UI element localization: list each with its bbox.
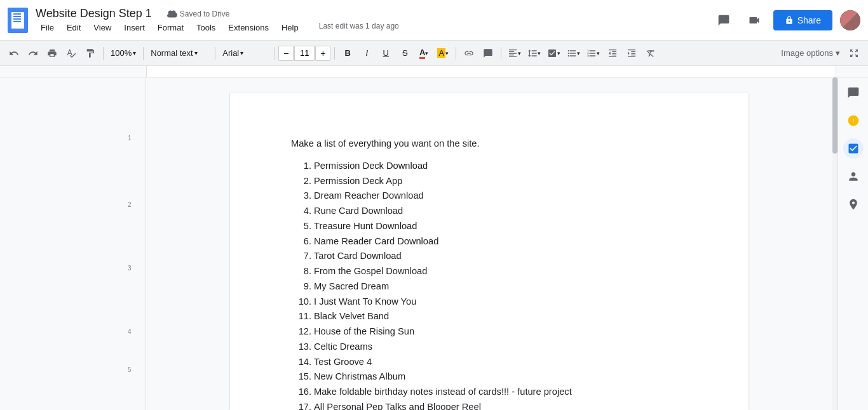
image-options-label: Image options (781, 48, 833, 58)
unordered-list-button[interactable]: ▾ (564, 44, 583, 62)
font-selector[interactable]: Arial ▾ (219, 44, 270, 62)
checklist-button[interactable]: ▾ (545, 44, 563, 62)
menu-extensions[interactable]: Extensions (223, 22, 274, 34)
list-num: 7. (291, 249, 311, 263)
doc-page: Make a list of everything you want on th… (230, 93, 749, 410)
menu-view[interactable]: View (88, 22, 116, 34)
list-item-text[interactable]: My Sacred Dream (314, 279, 389, 294)
list-num: 1. (291, 159, 311, 173)
menu-format[interactable]: Format (153, 22, 189, 34)
font-size-input[interactable] (294, 46, 315, 61)
scrollbar-thumb[interactable] (832, 77, 837, 154)
menu-insert[interactable]: Insert (119, 22, 150, 34)
share-button[interactable]: Share (773, 10, 832, 30)
list-num: 16. (291, 385, 311, 399)
user-avatar[interactable] (840, 10, 860, 30)
list-item-text[interactable]: Permission Deck App (314, 174, 402, 188)
sidebar-chat-icon[interactable] (843, 83, 864, 103)
sidebar-contacts-icon[interactable] (843, 166, 864, 187)
unordered-list-arrow-icon: ▾ (577, 50, 580, 56)
list-item-text[interactable]: From the Gospel Download (314, 264, 427, 279)
italic-button[interactable]: I (358, 44, 376, 62)
list-num: 2. (291, 174, 311, 188)
clear-format-button[interactable] (642, 44, 660, 62)
doc-title[interactable]: Website Design Step 1 (36, 7, 152, 20)
list-item-text[interactable]: Celtic Dreams (314, 340, 372, 354)
list-item-text[interactable]: Make foldable birthday notes instead of … (314, 385, 572, 399)
divider-4 (274, 47, 275, 60)
margin-num-5: 5 (128, 366, 132, 373)
print-button[interactable] (43, 44, 61, 62)
doc-area[interactable]: Make a list of everything you want on th… (146, 77, 832, 410)
list-item: 9.My Sacred Dream (291, 279, 688, 294)
top-bar: Website Design Step 1 Saved to Drive Fil… (0, 0, 868, 41)
list-item: 12.House of the Rising Sun (291, 324, 688, 339)
list-item-text[interactable]: Name Reader Card Download (314, 234, 438, 249)
list-item-text[interactable]: Black Velvet Band (314, 309, 389, 324)
list-item: 10.I Just Want To Know You (291, 294, 688, 309)
cloud-icon (167, 10, 177, 18)
list-num: 13. (291, 340, 311, 354)
indent-increase-button[interactable] (623, 44, 641, 62)
list-item-text[interactable]: Dream Reacher Download (314, 188, 424, 203)
insert-link-button[interactable] (460, 44, 478, 62)
sidebar-tasks-icon[interactable] (843, 138, 864, 159)
ordered-list-button[interactable]: ▾ (584, 44, 602, 62)
sidebar-maps-icon[interactable] (843, 194, 864, 215)
menu-file[interactable]: File (36, 22, 59, 34)
doc-list: 1.Permission Deck Download2.Permission D… (291, 159, 688, 410)
meet-button[interactable] (743, 9, 766, 32)
list-item-text[interactable]: Tarot Card Download (314, 249, 402, 263)
chat-button[interactable] (712, 9, 735, 32)
expand-button[interactable] (845, 44, 863, 62)
list-item-text[interactable]: Rune Card Download (314, 204, 403, 218)
text-color-arrow-icon: ▾ (425, 50, 428, 56)
menu-edit[interactable]: Edit (62, 22, 86, 34)
comment-button[interactable] (479, 44, 497, 62)
bold-button[interactable]: B (339, 44, 356, 62)
list-item-text[interactable]: I Just Want To Know You (314, 294, 416, 309)
list-num: 17. (291, 400, 311, 410)
highlight-button[interactable]: A ▾ (434, 44, 452, 62)
list-item-text[interactable]: Test Groove 4 (314, 355, 372, 369)
list-item: 3.Dream Reacher Download (291, 188, 688, 203)
list-item-text[interactable]: House of the Rising Sun (314, 324, 414, 339)
font-size-increase[interactable]: + (315, 46, 330, 61)
list-num: 14. (291, 355, 311, 369)
list-item-text[interactable]: All Personal Pep Talks and Blooper Reel (314, 400, 481, 410)
list-item: 2.Permission Deck App (291, 174, 688, 188)
line-spacing-button[interactable]: ▾ (525, 44, 543, 62)
undo-button[interactable] (5, 44, 23, 62)
list-num: 9. (291, 279, 311, 294)
style-selector[interactable]: Normal text ▾ (147, 44, 211, 62)
style-arrow-icon: ▾ (194, 50, 198, 56)
divider-7 (501, 47, 501, 60)
line-spacing-arrow-icon: ▾ (538, 50, 541, 56)
menu-help[interactable]: Help (276, 22, 304, 34)
menu-tools[interactable]: Tools (191, 22, 220, 34)
strikethrough-button[interactable]: S (396, 44, 414, 62)
list-item: 13.Celtic Dreams (291, 340, 688, 354)
list-item-text[interactable]: New Christmas Album (314, 369, 405, 384)
divider-1 (103, 47, 104, 60)
top-right-controls: Share (712, 9, 860, 32)
font-size-decrease[interactable]: − (278, 46, 294, 61)
list-item-text[interactable]: Treasure Hunt Download (314, 219, 417, 234)
zoom-selector[interactable]: 100% ▾ (107, 44, 139, 62)
text-color-button[interactable]: A ▾ (415, 44, 433, 62)
indent-decrease-button[interactable] (604, 44, 621, 62)
doc-intro[interactable]: Make a list of everything you want on th… (291, 138, 688, 149)
align-button[interactable]: ▾ (505, 44, 524, 62)
sidebar-palette-icon[interactable]: ! (843, 110, 864, 131)
scrollbar[interactable] (832, 77, 837, 410)
list-item-text[interactable]: Permission Deck Download (314, 159, 428, 173)
underline-button[interactable]: U (377, 44, 395, 62)
list-item: 8.From the Gospel Download (291, 264, 688, 279)
menu-bar: File Edit View Insert Format Tools Exten… (36, 22, 712, 34)
left-panel: 1 2 3 4 5 (0, 77, 146, 410)
spell-check-button[interactable] (62, 44, 80, 62)
redo-button[interactable] (24, 44, 42, 62)
list-num: 15. (291, 369, 311, 384)
paint-format-button[interactable] (81, 44, 99, 62)
font-arrow-icon: ▾ (240, 50, 243, 56)
